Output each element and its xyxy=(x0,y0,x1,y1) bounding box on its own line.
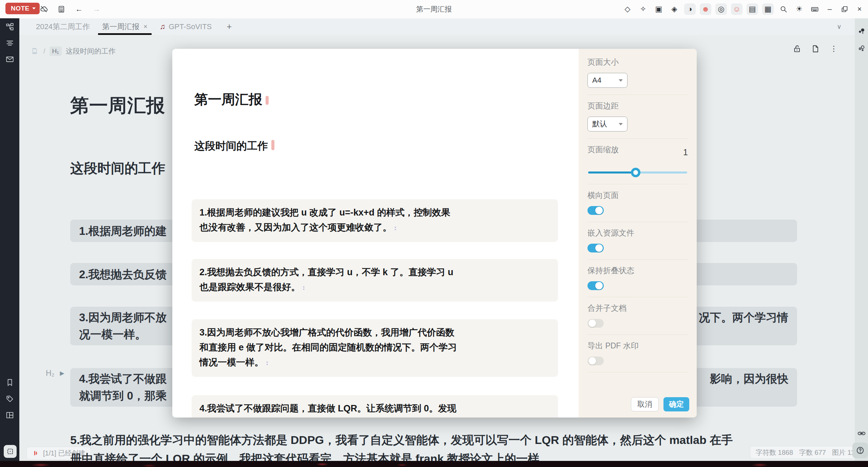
pdf-watermark-toggle[interactable] xyxy=(587,357,604,365)
tab-overflow-chevron[interactable]: ∨ xyxy=(837,18,842,35)
forward-icon[interactable]: → xyxy=(91,3,102,15)
bottom-wallpaper-strip xyxy=(0,461,868,467)
more-icon[interactable]: ⋮ xyxy=(829,44,839,54)
plugin-sleep-face-icon[interactable]: ☺ xyxy=(731,3,742,15)
document-icon xyxy=(30,46,39,56)
left-dock-top-icons xyxy=(0,22,19,64)
calculator-icon[interactable] xyxy=(56,3,67,15)
select-value: A4 xyxy=(592,76,601,85)
file-tree-icon[interactable] xyxy=(5,22,15,32)
setting-label: 导出 PDF 水印 xyxy=(587,341,688,351)
block-ref-mark: ∶ xyxy=(266,360,268,367)
embed-assets-toggle[interactable] xyxy=(587,244,604,252)
outline-icon[interactable] xyxy=(5,38,15,48)
setting-toggle: 保持折叠状态 xyxy=(587,265,688,290)
help-button[interactable] xyxy=(852,443,868,458)
plugin-sidebar-icon[interactable]: ▤ xyxy=(747,3,758,15)
slider-thumb[interactable] xyxy=(631,168,640,177)
block-ref-mark: ∶ xyxy=(394,225,396,232)
merge-subdocs-toggle[interactable] xyxy=(587,319,604,328)
backlinks-icon[interactable] xyxy=(856,428,867,439)
page-margin-select[interactable]: 默认 xyxy=(587,117,628,131)
count-stat: 图片 11 xyxy=(832,448,854,457)
confirm-button[interactable]: 确定 xyxy=(663,397,689,411)
tab-close-icon[interactable]: × xyxy=(143,23,148,31)
breadcrumb-heading[interactable]: 这段时间的工作 xyxy=(66,46,116,56)
block-ref-mark: ∶ xyxy=(303,285,305,291)
block-gutter: H₂ ▶ xyxy=(46,369,64,378)
preview-block: 4.我尝试了不做跟踪问题，直接做 LQR。让系统调节到 0。发现 xyxy=(192,395,558,418)
dock-expand-button[interactable] xyxy=(4,445,17,458)
export-settings-panel: 页面大小 A4 页面边距 默认 页面缩放 1 横向页面 嵌入资源文件 保持折叠状… xyxy=(579,49,697,418)
titlebar-left-icons: ←→ xyxy=(38,0,102,18)
keyboard-icon[interactable] xyxy=(809,3,821,15)
format-paint-icon[interactable]: ◇ xyxy=(622,3,633,15)
new-tab-button[interactable]: + xyxy=(218,18,240,35)
preview-line: 1.根据周老师的建议我把 u 改成了 u=-kx+d 的样式，控制效果 xyxy=(199,205,550,220)
preview-line: 和直接用 e 做了对比。在相同的固定随机数的情况下。两个学习 xyxy=(199,340,550,355)
dialog-footer: 取消 确定 xyxy=(631,397,689,411)
bookmark-icon[interactable] xyxy=(5,378,15,388)
plugin-moon-icon[interactable]: ◑ xyxy=(684,3,696,15)
breadcrumb[interactable]: / H₁ 这段时间的工作 xyxy=(30,45,116,57)
cloud-sync-off-icon[interactable] xyxy=(38,3,50,15)
heading-level-badge: H₂ xyxy=(46,369,55,378)
plugin-window-icon[interactable]: ▦ xyxy=(762,3,774,15)
preview-line: 也是跟踪效果不是很好。∶ xyxy=(199,280,550,296)
heading-level-badge: H₁ xyxy=(50,46,62,56)
global-graph-icon[interactable] xyxy=(856,43,867,54)
divider xyxy=(587,297,688,297)
search-icon[interactable] xyxy=(778,3,789,15)
document-title[interactable]: 第一周汇报 xyxy=(70,93,165,118)
back-icon[interactable]: ← xyxy=(73,3,85,15)
pdf-preview-page: 第一周汇报 这段时间的工作 1.根据周老师的建议我把 u 改成了 u=-kx+d… xyxy=(172,49,579,418)
workspace-menu-button[interactable]: NOTE xyxy=(5,3,40,14)
plugin-face-icon[interactable]: ☻ xyxy=(700,3,711,15)
toggle-knob xyxy=(595,207,603,214)
left-dock xyxy=(0,18,19,461)
inbox-icon[interactable] xyxy=(5,54,15,64)
graph-view-icon[interactable] xyxy=(856,26,867,37)
ai-sparkles-icon[interactable]: ✧ xyxy=(637,3,649,15)
cancel-button[interactable]: 取消 xyxy=(631,397,659,411)
setting-select: 页面大小 A4 xyxy=(587,57,688,88)
divider xyxy=(587,184,688,184)
image-tool-icon[interactable]: ▣ xyxy=(653,3,664,15)
close-button[interactable]: × xyxy=(854,3,865,15)
setting-toggle: 嵌入资源文件 xyxy=(587,228,688,252)
plugin-spiral-icon[interactable]: ◎ xyxy=(715,3,727,15)
page-size-select[interactable]: A4 xyxy=(587,73,628,88)
page-scale-slider[interactable] xyxy=(588,168,687,177)
export-pdf-dialog: 第一周汇报 这段时间的工作 1.根据周老师的建议我把 u 改成了 u=-kx+d… xyxy=(172,49,697,418)
preview-title: 第一周汇报 xyxy=(194,90,269,109)
tag-icon[interactable] xyxy=(5,394,15,404)
toggle-knob xyxy=(595,244,603,252)
minimize-button[interactable]: – xyxy=(824,3,835,15)
left-dock-bottom-icons xyxy=(0,378,19,420)
plugin-icon[interactable]: ◈ xyxy=(669,3,680,15)
app-logo-icon xyxy=(32,449,40,457)
theme-light-icon[interactable]: ☀ xyxy=(793,3,805,15)
tab-gpt-sovits[interactable]: ♫ GPT-SoVITS xyxy=(154,18,218,35)
tab-week1-report[interactable]: 第一周汇报 × xyxy=(96,18,154,35)
keep-fold-toggle[interactable] xyxy=(587,281,604,290)
right-dock-top-icons xyxy=(855,26,868,54)
window-controls: –× xyxy=(824,0,865,18)
restore-button[interactable] xyxy=(839,3,850,15)
tab-2024-week2[interactable]: 2024第二周工作 xyxy=(30,18,96,35)
layouts-icon[interactable] xyxy=(5,410,15,420)
divider xyxy=(587,95,688,95)
collapse-arrow-icon[interactable]: ▶ xyxy=(60,370,64,377)
toggle-knob xyxy=(595,282,603,289)
landscape-toggle[interactable] xyxy=(587,206,604,215)
setting-label: 合并子文档 xyxy=(587,303,688,313)
document-heading[interactable]: 这段时间的工作 xyxy=(70,159,165,178)
setting-label: 页面边距 xyxy=(587,101,688,111)
preview-block: 3.因为周老师不放心我增广格式的代价函数，我用增广代价函数和直接用 e 做了对比… xyxy=(192,319,558,377)
unlock-icon[interactable] xyxy=(792,44,802,54)
new-doc-icon[interactable] xyxy=(810,44,821,54)
chevron-down-icon xyxy=(32,7,36,9)
divider xyxy=(587,259,688,260)
preview-line: 3.因为周老师不放心我增广格式的代价函数，我用增广代价函数 xyxy=(199,325,550,340)
active-tab-underline xyxy=(98,33,152,35)
